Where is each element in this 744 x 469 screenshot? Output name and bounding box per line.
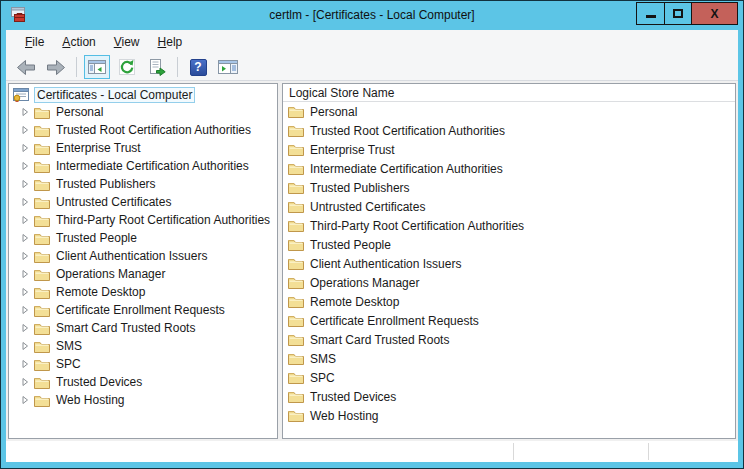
expand-chevron-icon[interactable]: [20, 341, 30, 351]
tree-item[interactable]: Intermediate Certification Authorities: [9, 157, 277, 175]
folder-icon: [288, 333, 304, 346]
folder-icon: [288, 409, 304, 422]
folder-icon: [34, 178, 50, 191]
folder-icon: [288, 295, 304, 308]
refresh-button[interactable]: [114, 55, 140, 79]
store-list-row[interactable]: Web Hosting: [283, 406, 735, 425]
maximize-button[interactable]: [664, 3, 691, 24]
tree-item[interactable]: Third-Party Root Certification Authoriti…: [9, 211, 277, 229]
show-console-tree-button[interactable]: [84, 55, 110, 79]
folder-icon: [288, 352, 304, 365]
menu-item-action[interactable]: Action: [53, 32, 104, 52]
tree-item[interactable]: Enterprise Trust: [9, 139, 277, 157]
store-list-row[interactable]: Remote Desktop: [283, 292, 735, 311]
store-list-row[interactable]: Certificate Enrollment Requests: [283, 311, 735, 330]
tree-item[interactable]: Trusted Publishers: [9, 175, 277, 193]
tree-item[interactable]: SPC: [9, 355, 277, 373]
expand-chevron-icon[interactable]: [20, 125, 30, 135]
close-button[interactable]: X: [691, 3, 737, 24]
store-list-row[interactable]: Enterprise Trust: [283, 140, 735, 159]
expand-chevron-icon[interactable]: [20, 197, 30, 207]
expand-chevron-icon[interactable]: [20, 359, 30, 369]
back-button[interactable]: [13, 55, 39, 79]
expand-chevron-icon[interactable]: [20, 269, 30, 279]
tree-root-certificates[interactable]: Certificates - Local Computer: [9, 86, 277, 103]
tree-item[interactable]: Remote Desktop: [9, 283, 277, 301]
menu-item-view[interactable]: View: [105, 32, 149, 52]
expand-chevron-icon[interactable]: [20, 287, 30, 297]
folder-icon: [34, 160, 50, 173]
expand-chevron-icon[interactable]: [20, 377, 30, 387]
tree-item[interactable]: Personal: [9, 103, 277, 121]
tree-item[interactable]: SMS: [9, 337, 277, 355]
store-name-label: Web Hosting: [310, 409, 378, 423]
store-list-row[interactable]: SMS: [283, 349, 735, 368]
store-name-label: Intermediate Certification Authorities: [310, 162, 503, 176]
expand-chevron-icon[interactable]: [20, 323, 30, 333]
expand-chevron-icon[interactable]: [20, 233, 30, 243]
show-action-pane-button[interactable]: [215, 55, 241, 79]
tree-item-label: Trusted People: [56, 231, 137, 245]
tree-item[interactable]: Web Hosting: [9, 391, 277, 409]
store-name-label: Operations Manager: [310, 276, 419, 290]
store-list-row[interactable]: Trusted Devices: [283, 387, 735, 406]
store-list-row[interactable]: Intermediate Certification Authorities: [283, 159, 735, 178]
folder-icon: [34, 322, 50, 335]
expand-chevron-icon[interactable]: [20, 143, 30, 153]
forward-arrow-icon: [46, 59, 66, 76]
forward-button[interactable]: [43, 55, 69, 79]
store-list-row[interactable]: Trusted Root Certification Authorities: [283, 121, 735, 140]
tree-item-label: Intermediate Certification Authorities: [56, 159, 249, 173]
tree-item[interactable]: Certificate Enrollment Requests: [9, 301, 277, 319]
help-button[interactable]: ?: [185, 55, 211, 79]
store-name-label: Trusted Devices: [310, 390, 396, 404]
store-name-label: Untrusted Certificates: [310, 200, 425, 214]
store-list-row[interactable]: Third-Party Root Certification Authoriti…: [283, 216, 735, 235]
tree-item[interactable]: Untrusted Certificates: [9, 193, 277, 211]
store-list-row[interactable]: Untrusted Certificates: [283, 197, 735, 216]
expand-chevron-icon[interactable]: [20, 179, 30, 189]
tree-item[interactable]: Operations Manager: [9, 265, 277, 283]
expand-chevron-icon[interactable]: [20, 251, 30, 261]
help-glyph: ?: [194, 60, 201, 74]
tree-item[interactable]: Trusted People: [9, 229, 277, 247]
export-list-button[interactable]: [144, 55, 170, 79]
folder-icon: [288, 390, 304, 403]
status-bar-separator: [513, 443, 514, 460]
tree-item-label: Trusted Devices: [56, 375, 142, 389]
folder-icon: [288, 314, 304, 327]
tree-item[interactable]: Trusted Devices: [9, 373, 277, 391]
store-list-row[interactable]: Trusted Publishers: [283, 178, 735, 197]
store-list-row[interactable]: Client Authentication Issuers: [283, 254, 735, 273]
store-list-row[interactable]: SPC: [283, 368, 735, 387]
tree-item-label: Web Hosting: [56, 393, 124, 407]
tree-item[interactable]: Smart Card Trusted Roots: [9, 319, 277, 337]
store-list-row[interactable]: Operations Manager: [283, 273, 735, 292]
toolbar: ?: [6, 54, 738, 81]
expand-chevron-icon[interactable]: [20, 161, 30, 171]
folder-icon: [288, 162, 304, 175]
status-bar-separator: [648, 443, 649, 460]
minimize-button[interactable]: [637, 3, 664, 24]
store-list-row[interactable]: Smart Card Trusted Roots: [283, 330, 735, 349]
store-list-row[interactable]: Trusted People: [283, 235, 735, 254]
expand-chevron-icon[interactable]: [20, 107, 30, 117]
expand-chevron-icon[interactable]: [20, 215, 30, 225]
store-name-label: Personal: [310, 105, 357, 119]
title-bar: certlm - [Certificates - Local Computer]…: [1, 1, 743, 30]
column-header-logical-store-name[interactable]: Logical Store Name: [283, 84, 735, 102]
back-arrow-icon: [16, 59, 36, 76]
folder-icon: [288, 105, 304, 118]
tree-item[interactable]: Trusted Root Certification Authorities: [9, 121, 277, 139]
expand-chevron-icon[interactable]: [20, 305, 30, 315]
tree-item[interactable]: Client Authentication Issuers: [9, 247, 277, 265]
content-area: Certificates - Local Computer Personal T…: [6, 81, 738, 441]
expand-chevron-icon[interactable]: [20, 395, 30, 405]
export-list-icon: [148, 59, 166, 76]
store-list-row[interactable]: Personal: [283, 102, 735, 121]
action-pane-icon: [218, 60, 238, 74]
refresh-icon: [118, 58, 136, 76]
window-title: certlm - [Certificates - Local Computer]: [1, 8, 743, 22]
menu-item-file[interactable]: File: [16, 32, 53, 52]
menu-item-help[interactable]: Help: [149, 32, 192, 52]
